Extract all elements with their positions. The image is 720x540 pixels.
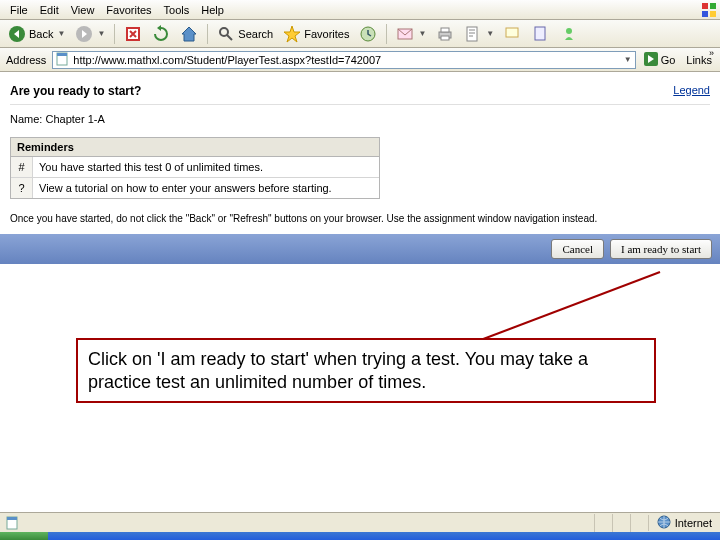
callout-arrow	[460, 268, 680, 348]
address-bar: Address ▼ Go Links»	[0, 48, 720, 72]
menu-tools[interactable]: Tools	[158, 2, 196, 18]
stop-icon	[124, 25, 142, 43]
address-label: Address	[4, 54, 48, 66]
menu-edit[interactable]: Edit	[34, 2, 65, 18]
svg-rect-2	[702, 11, 708, 17]
security-zone[interactable]: Internet	[648, 515, 720, 531]
svg-rect-18	[57, 53, 67, 56]
mail-icon	[396, 25, 414, 43]
messenger-icon	[560, 25, 578, 43]
taskbar	[0, 532, 720, 540]
svg-rect-11	[441, 28, 449, 32]
discuss-button[interactable]	[500, 23, 526, 45]
count-icon: #	[11, 157, 33, 177]
favorites-label: Favorites	[304, 28, 349, 40]
help-icon: ?	[11, 178, 33, 198]
mail-button[interactable]: ▼	[392, 23, 430, 45]
history-button[interactable]	[355, 23, 381, 45]
reminders-header: Reminders	[11, 138, 379, 157]
home-button[interactable]	[176, 23, 202, 45]
legend-link[interactable]: Legend	[673, 84, 710, 96]
svg-rect-13	[467, 27, 477, 41]
page-icon	[56, 52, 70, 68]
forward-button[interactable]: ▼	[71, 23, 109, 45]
back-label: Back	[29, 28, 53, 40]
history-icon	[359, 25, 377, 43]
svg-rect-0	[702, 3, 708, 9]
menu-file[interactable]: File	[4, 2, 34, 18]
globe-icon	[657, 515, 671, 531]
reminder-row: # You have started this test 0 of unlimi…	[11, 157, 379, 178]
name-line: Name: Chapter 1-A	[10, 105, 710, 137]
reminder-row: ? View a tutorial on how to enter your a…	[11, 178, 379, 198]
status-cell	[630, 514, 648, 532]
status-cell	[612, 514, 630, 532]
status-done	[0, 516, 26, 530]
svg-rect-22	[7, 517, 17, 520]
svg-rect-1	[710, 3, 716, 9]
links-label[interactable]: Links»	[682, 54, 716, 66]
reminders-box: Reminders # You have started this test 0…	[10, 137, 380, 199]
svg-rect-14	[506, 28, 518, 37]
address-input[interactable]	[73, 54, 619, 66]
print-button[interactable]	[432, 23, 458, 45]
svg-point-16	[566, 28, 572, 34]
reminder-text: You have started this test 0 of unlimite…	[33, 157, 379, 177]
page-title: Are you ready to start?	[10, 84, 141, 98]
search-icon	[217, 25, 235, 43]
name-value: Chapter 1-A	[45, 113, 104, 125]
search-label: Search	[238, 28, 273, 40]
status-bar: Internet	[0, 512, 720, 532]
home-icon	[180, 25, 198, 43]
zone-label: Internet	[675, 517, 712, 529]
start-button[interactable]	[0, 532, 48, 540]
menu-view[interactable]: View	[65, 2, 101, 18]
print-icon	[436, 25, 454, 43]
refresh-button[interactable]	[148, 23, 174, 45]
page-content: Are you ready to start? Legend Name: Cha…	[0, 72, 720, 272]
forward-icon	[75, 25, 93, 43]
discuss-icon	[504, 25, 522, 43]
go-icon	[643, 51, 659, 69]
go-button[interactable]: Go	[640, 51, 679, 69]
instruction-callout: Click on 'I am ready to start' when tryi…	[76, 338, 656, 403]
svg-point-7	[220, 28, 228, 36]
svg-line-20	[470, 272, 660, 344]
research-button[interactable]	[528, 23, 554, 45]
warning-note: Once you have started, do not click the …	[10, 207, 710, 234]
windows-logo-icon	[701, 2, 717, 18]
search-button[interactable]: Search	[213, 23, 277, 45]
svg-rect-15	[535, 27, 545, 40]
refresh-icon	[152, 25, 170, 43]
svg-rect-12	[441, 36, 449, 40]
name-label: Name:	[10, 113, 42, 125]
button-band: Cancel I am ready to start	[0, 234, 720, 264]
menu-favorites[interactable]: Favorites	[100, 2, 157, 18]
messenger-button[interactable]	[556, 23, 582, 45]
reminder-text[interactable]: View a tutorial on how to enter your ans…	[33, 178, 379, 198]
ready-button[interactable]: I am ready to start	[610, 239, 712, 259]
edit-icon	[464, 25, 482, 43]
star-icon	[283, 25, 301, 43]
research-icon	[532, 25, 550, 43]
menu-bar: File Edit View Favorites Tools Help	[0, 0, 720, 20]
favorites-button[interactable]: Favorites	[279, 23, 353, 45]
back-button[interactable]: Back▼	[4, 23, 69, 45]
cancel-button[interactable]: Cancel	[551, 239, 604, 259]
edit-button[interactable]: ▼	[460, 23, 498, 45]
toolbar: Back▼ ▼ Search Favorites ▼ ▼	[0, 20, 720, 48]
go-label: Go	[661, 54, 676, 66]
address-dropdown-icon[interactable]: ▼	[624, 55, 632, 64]
menu-help[interactable]: Help	[195, 2, 230, 18]
stop-button[interactable]	[120, 23, 146, 45]
address-box[interactable]: ▼	[52, 51, 635, 69]
back-icon	[8, 25, 26, 43]
svg-rect-3	[710, 11, 716, 17]
status-cell	[594, 514, 612, 532]
